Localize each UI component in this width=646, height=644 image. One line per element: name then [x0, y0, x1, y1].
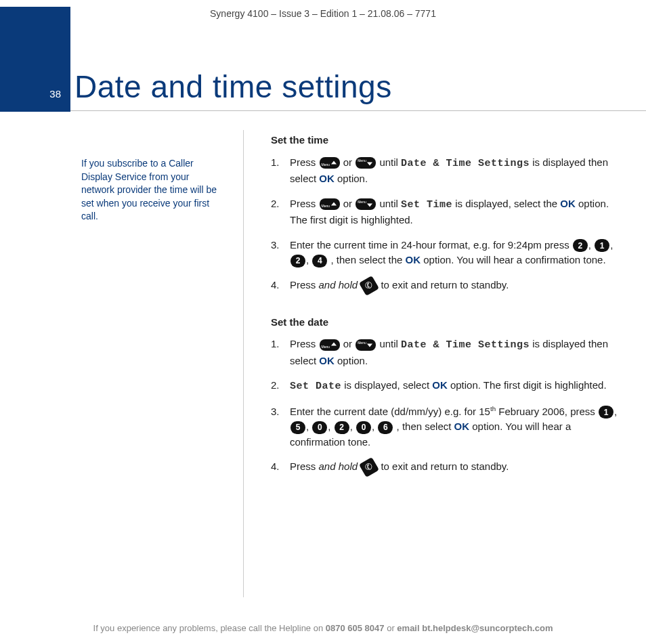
lcd-date-time-settings: Date & Time Settings [401, 158, 530, 169]
set-time-step-4: Press and hold ✆ to exit and return to s… [271, 278, 619, 293]
ordinal-suffix: th [490, 405, 496, 412]
content-area: If you subscribe to a Caller Display Ser… [0, 111, 646, 597]
menu-down-icon [356, 339, 376, 351]
menu-down-icon [356, 198, 376, 210]
keypad-4-icon: 4 [312, 255, 327, 267]
hangup-icon: ✆ [359, 276, 379, 296]
menu-up-icon [320, 198, 340, 210]
helpline-email: email bt.helpdesk@suncorptech.com [397, 623, 553, 633]
keypad-0-icon: 0 [312, 421, 327, 434]
keypad-2-icon: 2 [335, 421, 349, 434]
keypad-1-icon: 1 [599, 406, 613, 418]
helpline-footer: If you experience any problems, please c… [0, 623, 646, 633]
ok-label: OK [560, 198, 576, 209]
set-date-step-1: Press or until Date & Time Settings is d… [271, 337, 619, 368]
page-title: Date and time settings [74, 68, 392, 105]
keypad-2-icon: 2 [290, 255, 305, 267]
keypad-0-icon: 0 [356, 421, 371, 434]
ok-label: OK [432, 379, 448, 391]
sidebar-note: If you subscribe to a Caller Display Ser… [0, 130, 244, 597]
menu-up-icon [320, 339, 340, 351]
main-instructions: Set the time Press or until Date & Time … [244, 130, 646, 597]
set-time-heading: Set the time [271, 133, 619, 148]
ok-label: OK [319, 173, 335, 184]
doc-header: Synergy 4100 – Issue 3 – Edition 1 – 21.… [0, 0, 646, 23]
set-date-step-2: Set Date is displayed, select OK option.… [271, 378, 619, 395]
set-date-step-3: Enter the current date (dd/mm/yy) e.g. f… [271, 404, 619, 450]
ok-label: OK [454, 421, 470, 432]
helpline-phone: 0870 605 8047 [326, 623, 385, 633]
keypad-5-icon: 5 [290, 421, 305, 434]
menu-up-icon [320, 157, 340, 169]
hangup-icon: ✆ [359, 457, 379, 477]
keypad-1-icon: 1 [595, 239, 609, 252]
set-time-step-2: Press or until Set Time is displayed, se… [271, 196, 619, 228]
menu-down-icon [356, 157, 376, 169]
keypad-2-icon: 2 [573, 239, 588, 252]
set-time-step-3: Enter the current time in 24-hour format… [271, 238, 619, 268]
set-time-step-1: Press or until Date & Time Settings is d… [271, 155, 619, 187]
page-number: 38 [49, 88, 61, 100]
lcd-date-time-settings: Date & Time Settings [401, 339, 530, 351]
set-date-step-4: Press and hold ✆ to exit and return to s… [271, 459, 619, 475]
set-date-steps: Press or until Date & Time Settings is d… [271, 337, 619, 475]
set-time-steps: Press or until Date & Time Settings is d… [271, 155, 619, 293]
lcd-set-date: Set Date [290, 381, 341, 392]
ok-label: OK [406, 254, 421, 265]
ok-label: OK [319, 355, 335, 366]
keypad-6-icon: 6 [378, 421, 393, 434]
title-bar: 38 Date and time settings [0, 23, 646, 111]
and-hold-text: and hold [319, 460, 358, 472]
and-hold-text: and hold [319, 279, 358, 291]
page-number-box: 38 [0, 7, 70, 112]
lcd-set-time: Set Time [401, 199, 452, 211]
set-date-heading: Set the date [271, 315, 619, 330]
